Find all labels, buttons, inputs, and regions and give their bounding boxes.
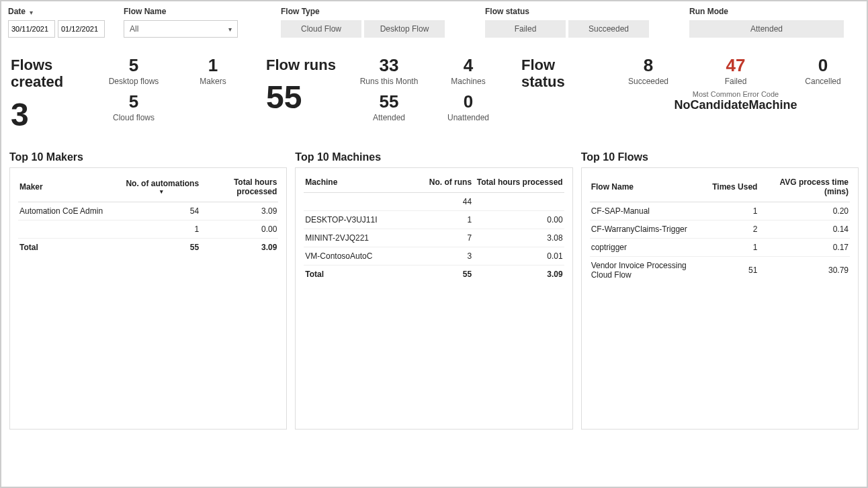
- table-row[interactable]: 1 0.00: [18, 220, 278, 238]
- top-makers-title: Top 10 Makers: [9, 151, 287, 163]
- flows-created-group: Flows created 3 5 Desktop flows 5 Cloud …: [11, 56, 243, 131]
- flowstatus-option-failed[interactable]: Failed: [485, 20, 566, 38]
- table-total-row: Total 55 3.09: [304, 265, 564, 283]
- makers-col-automations[interactable]: No. of automations▾: [122, 175, 200, 202]
- most-common-error-label: Most Common Error Code: [614, 90, 857, 98]
- flows-col-name[interactable]: Flow Name: [590, 175, 707, 202]
- cloud-flows-label: Cloud flows: [103, 113, 164, 122]
- desktop-flows-value: 5: [103, 56, 164, 74]
- flow-runs-group: Flow runs 55 33 Runs this Month 55 Atten…: [266, 56, 498, 131]
- machines-col-machine[interactable]: Machine: [304, 175, 408, 193]
- table-row[interactable]: Automation CoE Admin 54 3.09: [18, 202, 278, 220]
- cancelled-value: 0: [793, 56, 853, 74]
- machines-col-hours[interactable]: Total hours processed: [473, 175, 564, 193]
- top-makers-table[interactable]: Maker No. of automations▾ Total hours pr…: [18, 175, 278, 256]
- top-flows-card: Top 10 Flows Flow Name Times Used AVG pr…: [581, 151, 859, 430]
- flow-status-title: Flow status: [521, 56, 595, 91]
- attended-label: Attended: [359, 113, 419, 122]
- flows-created-title: Flows created: [11, 56, 85, 91]
- makers-col-maker[interactable]: Maker: [18, 175, 122, 202]
- desktop-flows-label: Desktop flows: [103, 77, 164, 86]
- flowname-filter-label: Flow Name: [124, 7, 251, 16]
- machines-value: 4: [438, 56, 498, 74]
- table-total-row: Total 55 3.09: [18, 238, 278, 256]
- flows-created-total: 3: [11, 99, 85, 131]
- table-row[interactable]: CF-WarranyClaims-Trigger 2 0.14: [590, 220, 850, 238]
- flowname-dropdown[interactable]: All ▾: [124, 20, 238, 38]
- date-from-input[interactable]: [8, 20, 55, 38]
- flowtype-option-cloud[interactable]: Cloud Flow: [281, 20, 361, 38]
- flow-runs-title: Flow runs: [266, 56, 340, 73]
- machines-label: Machines: [438, 77, 498, 86]
- date-to-input[interactable]: [58, 20, 105, 38]
- sort-desc-icon: ▾: [124, 188, 199, 195]
- table-row[interactable]: VM-ContosoAutoC 3 0.01: [304, 247, 564, 265]
- top-flows-title: Top 10 Flows: [581, 151, 859, 163]
- failed-label: Failed: [705, 77, 766, 86]
- cloud-flows-value: 5: [103, 93, 164, 110]
- table-row[interactable]: CF-SAP-Manual 1 0.20: [590, 202, 850, 220]
- runs-month-label: Runs this Month: [359, 77, 419, 86]
- flowstatus-option-succeeded[interactable]: Succeeded: [568, 20, 649, 38]
- flowtype-filter-label: Flow Type: [281, 7, 455, 16]
- top-machines-title: Top 10 Machines: [295, 151, 572, 163]
- flowtype-option-desktop[interactable]: Desktop Flow: [364, 20, 445, 38]
- attended-value: 55: [359, 93, 419, 110]
- table-row[interactable]: DESKTOP-V3UJ11I 1 0.00: [304, 210, 564, 229]
- chevron-down-icon: ▾: [30, 9, 33, 16]
- flows-col-avg[interactable]: AVG process time (mins): [758, 175, 850, 202]
- succeeded-value: 8: [618, 56, 679, 74]
- table-row[interactable]: MININT-2VJQ221 7 3.08: [304, 229, 564, 247]
- succeeded-label: Succeeded: [618, 77, 679, 86]
- chevron-down-icon: ▾: [228, 26, 232, 33]
- top-machines-table[interactable]: Machine No. of runs Total hours processe…: [304, 175, 564, 283]
- runmode-option-attended[interactable]: Attended: [689, 20, 844, 38]
- flow-status-group: Flow status 8 Succeeded 47 Failed 0 Canc…: [521, 56, 857, 131]
- top-makers-card: Top 10 Makers Maker No. of automations▾ …: [9, 151, 287, 430]
- table-row[interactable]: Vendor Invoice Processing Cloud Flow 51 …: [590, 256, 850, 284]
- failed-value: 47: [705, 56, 766, 74]
- makers-label: Makers: [183, 77, 243, 86]
- makers-col-hours[interactable]: Total hours processed: [200, 175, 278, 202]
- flows-col-times[interactable]: Times Used: [707, 175, 758, 202]
- date-filter-label: Date: [8, 7, 26, 16]
- makers-value: 1: [183, 56, 243, 74]
- machines-col-runs[interactable]: No. of runs: [408, 175, 473, 193]
- runmode-filter-label: Run Mode: [689, 7, 860, 16]
- filters-row: Date ▾ Flow Name All ▾ Flow Type Cloud F…: [8, 7, 860, 38]
- flowstatus-filter-label: Flow status: [485, 7, 660, 16]
- runs-month-value: 33: [359, 56, 419, 74]
- cancelled-label: Cancelled: [793, 77, 853, 86]
- flow-runs-total: 55: [266, 81, 340, 114]
- unattended-value: 0: [438, 93, 498, 110]
- stats-row: Flows created 3 5 Desktop flows 5 Cloud …: [8, 56, 860, 131]
- tables-row: Top 10 Makers Maker No. of automations▾ …: [8, 151, 860, 430]
- most-common-error-code: NoCandidateMachine: [614, 98, 857, 112]
- table-row[interactable]: coptrigger 1 0.17: [590, 238, 850, 256]
- table-row[interactable]: 44: [304, 192, 564, 210]
- top-machines-card: Top 10 Machines Machine No. of runs Tota…: [295, 151, 572, 430]
- unattended-label: Unattended: [438, 113, 498, 122]
- top-flows-table[interactable]: Flow Name Times Used AVG process time (m…: [590, 175, 850, 284]
- flowname-dropdown-value: All: [130, 24, 138, 34]
